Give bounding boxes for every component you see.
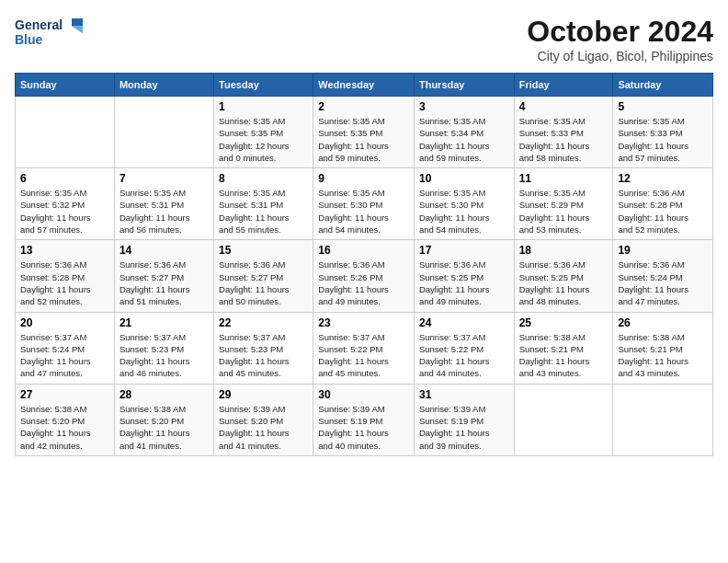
day-info: Sunrise: 5:36 AM Sunset: 5:28 PM Dayligh…	[618, 187, 708, 236]
day-info: Sunrise: 5:35 AM Sunset: 5:33 PM Dayligh…	[618, 115, 708, 164]
day-info: Sunrise: 5:35 AM Sunset: 5:31 PM Dayligh…	[119, 187, 209, 236]
calendar-cell: 9Sunrise: 5:35 AM Sunset: 5:30 PM Daylig…	[313, 168, 415, 240]
calendar-cell: 25Sunrise: 5:38 AM Sunset: 5:21 PM Dayli…	[514, 312, 613, 384]
location-subtitle: City of Ligao, Bicol, Philippines	[527, 49, 713, 63]
svg-text:General: General	[15, 17, 63, 32]
day-number: 17	[419, 244, 509, 257]
day-info: Sunrise: 5:35 AM Sunset: 5:33 PM Dayligh…	[519, 115, 609, 164]
calendar-cell: 7Sunrise: 5:35 AM Sunset: 5:31 PM Daylig…	[114, 168, 213, 240]
day-number: 25	[519, 316, 609, 329]
calendar-cell: 4Sunrise: 5:35 AM Sunset: 5:33 PM Daylig…	[514, 97, 613, 168]
day-info: Sunrise: 5:37 AM Sunset: 5:23 PM Dayligh…	[219, 331, 308, 380]
day-info: Sunrise: 5:37 AM Sunset: 5:22 PM Dayligh…	[419, 331, 509, 380]
day-number: 1	[219, 100, 308, 113]
day-number: 12	[618, 172, 708, 185]
calendar-cell: 28Sunrise: 5:38 AM Sunset: 5:20 PM Dayli…	[114, 384, 213, 455]
page-header: General Blue October 2024 City of Ligao,…	[15, 15, 713, 63]
calendar-cell: 12Sunrise: 5:36 AM Sunset: 5:28 PM Dayli…	[613, 168, 713, 240]
calendar-cell	[613, 384, 713, 455]
day-info: Sunrise: 5:37 AM Sunset: 5:24 PM Dayligh…	[20, 331, 109, 380]
day-info: Sunrise: 5:36 AM Sunset: 5:25 PM Dayligh…	[419, 259, 509, 307]
day-number: 15	[219, 244, 308, 257]
day-number: 22	[219, 316, 308, 329]
calendar-cell: 13Sunrise: 5:36 AM Sunset: 5:28 PM Dayli…	[16, 240, 115, 312]
day-info: Sunrise: 5:35 AM Sunset: 5:35 PM Dayligh…	[219, 115, 308, 164]
calendar-cell: 17Sunrise: 5:36 AM Sunset: 5:25 PM Dayli…	[414, 240, 514, 312]
calendar-cell: 24Sunrise: 5:37 AM Sunset: 5:22 PM Dayli…	[414, 312, 514, 384]
calendar-cell	[16, 97, 115, 168]
calendar-cell	[514, 384, 613, 455]
day-info: Sunrise: 5:39 AM Sunset: 5:19 PM Dayligh…	[318, 403, 409, 452]
calendar-cell: 3Sunrise: 5:35 AM Sunset: 5:34 PM Daylig…	[414, 97, 514, 168]
day-number: 30	[318, 388, 409, 401]
day-number: 3	[419, 100, 509, 113]
day-info: Sunrise: 5:38 AM Sunset: 5:21 PM Dayligh…	[618, 331, 708, 380]
day-number: 19	[618, 244, 708, 257]
calendar-cell: 1Sunrise: 5:35 AM Sunset: 5:35 PM Daylig…	[214, 97, 313, 168]
day-number: 4	[519, 100, 609, 113]
weekday-header-saturday: Saturday	[613, 74, 713, 97]
calendar-cell: 6Sunrise: 5:35 AM Sunset: 5:32 PM Daylig…	[16, 168, 115, 240]
month-title: October 2024	[527, 15, 713, 49]
day-number: 26	[618, 316, 708, 329]
day-info: Sunrise: 5:35 AM Sunset: 5:34 PM Dayligh…	[419, 115, 509, 164]
day-number: 20	[20, 316, 109, 329]
day-info: Sunrise: 5:36 AM Sunset: 5:25 PM Dayligh…	[519, 259, 609, 307]
calendar-cell	[114, 97, 213, 168]
day-number: 29	[219, 388, 308, 401]
day-number: 31	[419, 388, 509, 401]
day-number: 14	[119, 244, 209, 257]
day-info: Sunrise: 5:35 AM Sunset: 5:35 PM Dayligh…	[318, 115, 409, 164]
calendar-cell: 8Sunrise: 5:35 AM Sunset: 5:31 PM Daylig…	[214, 168, 313, 240]
calendar-cell: 2Sunrise: 5:35 AM Sunset: 5:35 PM Daylig…	[313, 97, 415, 168]
calendar-cell: 26Sunrise: 5:38 AM Sunset: 5:21 PM Dayli…	[613, 312, 713, 384]
day-info: Sunrise: 5:38 AM Sunset: 5:20 PM Dayligh…	[20, 403, 109, 452]
day-number: 11	[519, 172, 609, 185]
day-info: Sunrise: 5:38 AM Sunset: 5:20 PM Dayligh…	[119, 403, 209, 452]
calendar-cell: 10Sunrise: 5:35 AM Sunset: 5:30 PM Dayli…	[414, 168, 514, 240]
day-number: 13	[20, 244, 109, 257]
day-number: 8	[219, 172, 308, 185]
calendar-cell: 31Sunrise: 5:39 AM Sunset: 5:19 PM Dayli…	[414, 384, 514, 455]
weekday-header-tuesday: Tuesday	[214, 74, 313, 97]
day-number: 16	[318, 244, 409, 257]
day-info: Sunrise: 5:36 AM Sunset: 5:28 PM Dayligh…	[20, 259, 109, 307]
day-number: 23	[318, 316, 409, 329]
day-info: Sunrise: 5:36 AM Sunset: 5:24 PM Dayligh…	[618, 259, 708, 307]
weekday-header-monday: Monday	[114, 74, 213, 97]
day-number: 6	[20, 172, 109, 185]
calendar-cell: 15Sunrise: 5:36 AM Sunset: 5:27 PM Dayli…	[214, 240, 313, 312]
day-number: 18	[519, 244, 609, 257]
svg-text:Blue: Blue	[15, 32, 43, 47]
calendar-cell: 19Sunrise: 5:36 AM Sunset: 5:24 PM Dayli…	[613, 240, 713, 312]
day-number: 9	[318, 172, 409, 185]
weekday-header-friday: Friday	[514, 74, 613, 97]
logo-svg: General Blue	[15, 15, 88, 55]
svg-marker-3	[72, 26, 83, 33]
day-number: 7	[119, 172, 209, 185]
day-info: Sunrise: 5:39 AM Sunset: 5:19 PM Dayligh…	[419, 403, 509, 452]
day-info: Sunrise: 5:35 AM Sunset: 5:30 PM Dayligh…	[419, 187, 509, 236]
calendar-cell: 27Sunrise: 5:38 AM Sunset: 5:20 PM Dayli…	[16, 384, 115, 455]
day-number: 27	[20, 388, 109, 401]
calendar-table: SundayMondayTuesdayWednesdayThursdayFrid…	[15, 73, 713, 456]
day-info: Sunrise: 5:35 AM Sunset: 5:29 PM Dayligh…	[519, 187, 609, 236]
day-info: Sunrise: 5:35 AM Sunset: 5:32 PM Dayligh…	[20, 187, 109, 236]
day-info: Sunrise: 5:37 AM Sunset: 5:23 PM Dayligh…	[119, 331, 209, 380]
weekday-header-wednesday: Wednesday	[313, 74, 415, 97]
day-info: Sunrise: 5:37 AM Sunset: 5:22 PM Dayligh…	[318, 331, 409, 380]
title-block: October 2024 City of Ligao, Bicol, Phili…	[527, 15, 713, 63]
calendar-cell: 18Sunrise: 5:36 AM Sunset: 5:25 PM Dayli…	[514, 240, 613, 312]
calendar-cell: 20Sunrise: 5:37 AM Sunset: 5:24 PM Dayli…	[16, 312, 115, 384]
weekday-header-thursday: Thursday	[414, 74, 514, 97]
day-number: 5	[618, 100, 708, 113]
day-info: Sunrise: 5:35 AM Sunset: 5:30 PM Dayligh…	[318, 187, 409, 236]
day-info: Sunrise: 5:36 AM Sunset: 5:27 PM Dayligh…	[119, 259, 209, 307]
day-info: Sunrise: 5:38 AM Sunset: 5:21 PM Dayligh…	[519, 331, 609, 380]
calendar-cell: 23Sunrise: 5:37 AM Sunset: 5:22 PM Dayli…	[313, 312, 415, 384]
day-info: Sunrise: 5:39 AM Sunset: 5:20 PM Dayligh…	[219, 403, 308, 452]
day-number: 2	[318, 100, 409, 113]
day-number: 10	[419, 172, 509, 185]
calendar-cell: 21Sunrise: 5:37 AM Sunset: 5:23 PM Dayli…	[114, 312, 213, 384]
logo: General Blue	[15, 15, 88, 55]
